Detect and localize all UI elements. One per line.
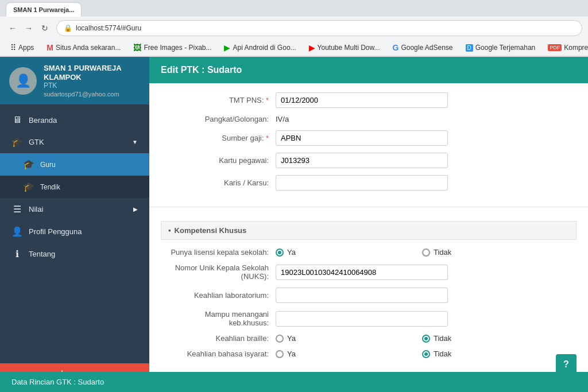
- kompetensi-title: ▪ Kompetensi Khusus: [161, 221, 577, 240]
- user-email: sudartospd71@yahoo.com: [44, 91, 140, 98]
- value-sumber: [276, 130, 577, 146]
- sidebar-item-tentang[interactable]: ℹ Tentang: [0, 243, 149, 265]
- label-nuks: Nomor Unik Kepala Sekolah (NUKS):: [161, 263, 276, 281]
- value-kartu: [276, 153, 577, 168]
- label-kartu: Kartu pegawai:: [161, 156, 276, 165]
- form-row-nuks: Nomor Unik Kepala Sekolah (NUKS):: [161, 263, 577, 281]
- value-braille: Ya Tidak: [276, 334, 577, 343]
- input-lab[interactable]: [276, 288, 448, 303]
- sidebar-item-nilai[interactable]: ☰ Nilai ▶: [0, 198, 149, 220]
- radio-label-braille-tidak: Tidak: [434, 334, 451, 343]
- form-row-lisensi: Punya lisensi kepala sekolah: Ya Tidak: [161, 248, 577, 257]
- label-braille: Keahlian braille:: [161, 334, 276, 343]
- user-role: PTK: [44, 81, 140, 90]
- bookmark-youtube[interactable]: ▶ Youtube Multi Dow...: [304, 42, 385, 53]
- monitor-icon: 🖥: [11, 115, 23, 125]
- label-karis: Karis / Karsu:: [161, 178, 276, 187]
- help-button[interactable]: ?: [556, 354, 577, 375]
- avatar: 👤: [9, 67, 37, 95]
- user-icon: 👤: [11, 226, 23, 237]
- label-lab: Keahlian laboratorium:: [161, 291, 276, 300]
- gtk-submenu: 🎓 Guru 🎓 Tendik: [0, 153, 149, 198]
- input-tmt[interactable]: [276, 92, 448, 108]
- sidebar-item-guru[interactable]: 🎓 Guru: [0, 153, 149, 176]
- value-isyarat: Ya Tidak: [276, 350, 577, 358]
- radio-group-braille: Ya Tidak: [276, 334, 577, 343]
- radio-braille-tidak[interactable]: Tidak: [422, 334, 451, 343]
- input-mampu[interactable]: [276, 311, 448, 327]
- required-indicator-2: *: [266, 134, 269, 142]
- sidebar-item-profil[interactable]: 👤 Profil Pengguna: [0, 220, 149, 243]
- radio-group-isyarat: Ya Tidak: [276, 350, 577, 358]
- radio-braille-ya[interactable]: Ya: [276, 334, 296, 343]
- sidebar-item-gtk[interactable]: 🎓 GTK ▼: [0, 131, 149, 153]
- input-karis[interactable]: [276, 175, 448, 191]
- form-row-braille: Keahlian braille: Ya Tidak: [161, 334, 577, 343]
- radio-circle-braille-ya: [276, 335, 284, 343]
- sidebar-item-tendik[interactable]: 🎓 Tendik: [0, 176, 149, 198]
- form-row-mampu: Mampu menangani keb.khusus:: [161, 310, 577, 327]
- radio-circle-ya: [276, 249, 284, 257]
- user-info: SMAN 1 PURWAREJA KLAMPOK PTK sudartospd7…: [44, 64, 140, 98]
- pdf-icon: PDF: [548, 44, 562, 51]
- radio-circle-tidak: [422, 249, 430, 257]
- value-lab: [276, 288, 577, 303]
- gtk-icon: 🎓: [11, 137, 23, 148]
- nav-buttons: ← → ↻: [6, 21, 52, 35]
- browser-toolbar: ← → ↻ 🔒 localhost:5774/#Guru: [0, 17, 588, 40]
- form-row-tmt: TMT PNS: *: [161, 92, 577, 108]
- adsense-icon: G: [393, 43, 399, 52]
- form-row-pangkat: Pangkat/Golongan: IV/a: [161, 115, 577, 123]
- back-button[interactable]: ←: [6, 21, 20, 35]
- chevron-down-icon: ▼: [132, 139, 138, 145]
- section-icon: ▪: [168, 226, 171, 235]
- info-icon: ℹ: [11, 249, 23, 259]
- bookmark-pixabay[interactable]: 🖼 Free Images - Pixab...: [129, 42, 216, 53]
- value-nuks: [276, 265, 577, 280]
- form-row-karis: Karis / Karsu:: [161, 175, 577, 191]
- apps-icon: ⠿: [10, 43, 16, 52]
- radio-isyarat-tidak[interactable]: Tidak: [422, 350, 451, 358]
- value-karis: [276, 175, 577, 191]
- page-header: Edit PTK : Sudarto: [149, 57, 588, 83]
- translate-icon: D: [466, 44, 473, 52]
- bookmark-android[interactable]: ▶ Api Android di Goo...: [219, 42, 300, 53]
- bookmark-apps[interactable]: ⠿ Apps: [6, 42, 38, 53]
- bottom-bar: Data Rincian GTK : Sudarto: [0, 372, 588, 386]
- radio-label-ya: Ya: [287, 248, 296, 257]
- sidebar-item-beranda[interactable]: 🖥 Beranda: [0, 109, 149, 131]
- bookmark-adsense[interactable]: G Google AdSense: [388, 42, 458, 53]
- radio-isyarat-ya[interactable]: Ya: [276, 350, 296, 358]
- active-tab[interactable]: SMAN 1 Purwareja...: [6, 2, 82, 17]
- main-fields-section: TMT PNS: * Pangkat/Golongan: IV/a: [149, 83, 588, 207]
- value-mampu: [276, 311, 577, 327]
- radio-lisensi-ya[interactable]: Ya: [276, 248, 296, 257]
- bookmark-gmail[interactable]: M Situs Anda sekaran...: [42, 42, 125, 53]
- app-layout: 👤 SMAN 1 PURWAREJA KLAMPOK PTK sudartosp…: [0, 57, 588, 386]
- bookmarks-bar: ⠿ Apps M Situs Anda sekaran... 🖼 Free Im…: [0, 40, 588, 56]
- refresh-button[interactable]: ↻: [38, 21, 52, 35]
- radio-circle-isyarat-tidak: [422, 350, 430, 358]
- label-sumber: Sumber gaji: *: [161, 134, 276, 142]
- value-lisensi: Ya Tidak: [276, 248, 577, 257]
- address-bar[interactable]: 🔒 localhost:5774/#Guru: [56, 20, 582, 36]
- form-row-isyarat: Keahlian bahasa isyarat: Ya Tidak: [161, 350, 577, 358]
- browser-chrome: SMAN 1 Purwareja... ← → ↻ 🔒 localhost:57…: [0, 0, 588, 57]
- input-kartu[interactable]: [276, 153, 448, 168]
- forward-button[interactable]: →: [22, 21, 36, 35]
- gmail-icon: M: [47, 43, 53, 52]
- chevron-right-icon: ▶: [133, 206, 138, 212]
- radio-lisensi-tidak[interactable]: Tidak: [422, 248, 474, 257]
- sidebar: 👤 SMAN 1 PURWAREJA KLAMPOK PTK sudartosp…: [0, 57, 149, 386]
- input-nuks[interactable]: [276, 265, 448, 280]
- browser-tabs: SMAN 1 Purwareja...: [0, 0, 588, 17]
- pixabay-icon: 🖼: [133, 43, 141, 52]
- form-row-lab: Keahlian laboratorium:: [161, 288, 577, 303]
- radio-group-lisensi: Ya Tidak: [276, 248, 577, 257]
- main-content: Edit PTK : Sudarto TMT PNS: * Pangkat/G: [149, 57, 588, 386]
- form-row-sumber: Sumber gaji: *: [161, 130, 577, 146]
- bookmark-compress-pdf[interactable]: PDF Kompres PDF - Kur...: [543, 42, 588, 53]
- radio-label-tidak: Tidak: [434, 248, 451, 257]
- input-sumber[interactable]: [276, 130, 448, 146]
- bookmark-translate[interactable]: D Google Terjemahan: [461, 42, 540, 53]
